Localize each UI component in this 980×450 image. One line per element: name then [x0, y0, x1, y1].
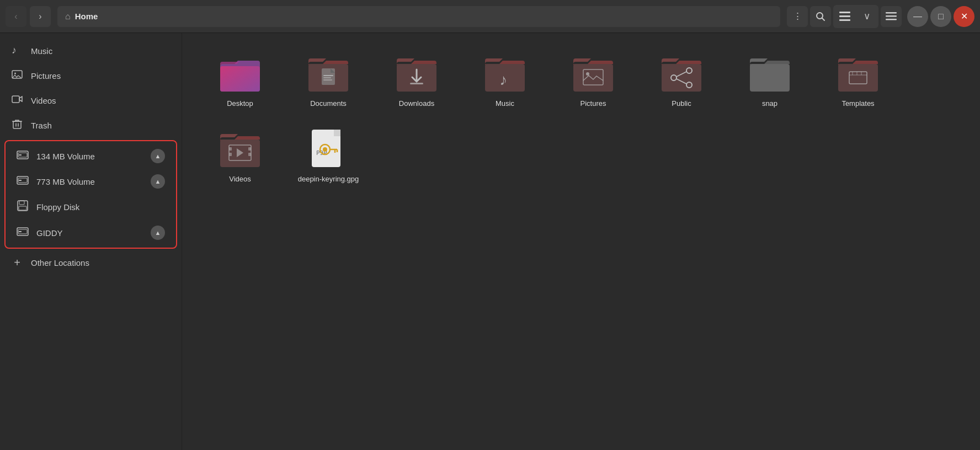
svg-rect-7	[886, 19, 897, 20]
svg-point-61	[323, 147, 327, 152]
videos-icon	[11, 94, 23, 108]
svg-point-10	[14, 73, 16, 74]
svg-rect-12	[13, 121, 21, 128]
sidebar-trash-label: Trash	[31, 121, 171, 130]
file-item-music[interactable]: ♪ Music	[469, 50, 541, 114]
eject-vol773-button[interactable]: ▲	[151, 174, 165, 189]
close-button[interactable]: ✕	[954, 6, 974, 27]
deepin-keyring-label: deepin-keyring.gpg	[298, 175, 359, 184]
svg-rect-15	[19, 154, 22, 156]
sidebar: ♪ Music Pictures Videos Trash	[0, 33, 182, 450]
music-label: Music	[496, 99, 514, 109]
menu-button[interactable]: ⋮	[787, 6, 808, 27]
address-label: Home	[75, 12, 98, 21]
sidebar-item-other-locations[interactable]: + Other Locations	[0, 251, 182, 275]
forward-button[interactable]: ›	[30, 6, 51, 27]
svg-rect-30	[323, 79, 332, 81]
pictures-icon	[11, 69, 23, 83]
documents-folder-icon	[306, 55, 350, 95]
snap-folder-icon	[748, 55, 792, 95]
svg-rect-55	[248, 147, 251, 151]
giddy-label: GIDDY	[36, 228, 143, 238]
back-button[interactable]: ‹	[6, 6, 26, 27]
svg-rect-45	[838, 64, 878, 92]
file-item-deepin-keyring[interactable]: P9P deepin-keyring.gpg	[292, 125, 364, 190]
downloads-label: Downloads	[399, 99, 434, 109]
sidebar-item-music[interactable]: ♪ Music	[0, 39, 182, 63]
svg-rect-24	[19, 231, 22, 232]
svg-rect-20	[19, 201, 24, 205]
svg-text:♪: ♪	[499, 71, 507, 88]
trash-icon	[11, 119, 23, 132]
file-item-downloads[interactable]: Downloads	[381, 50, 452, 114]
sidebar-music-label: Music	[31, 46, 171, 56]
svg-rect-25	[220, 66, 260, 92]
svg-rect-11	[12, 96, 19, 103]
home-icon: ⌂	[65, 12, 71, 22]
file-item-documents[interactable]: Documents	[292, 50, 364, 114]
view-toggle: ∨	[833, 5, 878, 28]
sidebar-item-vol134[interactable]: 134 MB Volume ▲	[6, 143, 176, 169]
svg-rect-28	[323, 75, 333, 76]
videos-label: Videos	[229, 175, 251, 184]
sidebar-item-floppy[interactable]: Floppy Disk	[6, 194, 176, 220]
floppy-label: Floppy Disk	[36, 202, 165, 212]
minimize-button[interactable]: —	[907, 6, 928, 27]
music-icon: ♪	[11, 44, 23, 58]
file-item-snap[interactable]: snap	[734, 50, 806, 114]
maximize-button[interactable]: □	[930, 6, 951, 27]
search-button[interactable]	[810, 6, 831, 27]
sidebar-videos-label: Videos	[31, 96, 171, 105]
desktop-folder-icon	[218, 55, 262, 95]
file-item-desktop[interactable]: Desktop	[204, 50, 276, 114]
file-item-templates[interactable]: Templates	[822, 50, 894, 114]
list-view-button[interactable]	[834, 6, 855, 27]
svg-rect-3	[839, 15, 850, 17]
giddy-icon	[17, 226, 29, 240]
public-folder-icon	[659, 55, 704, 95]
public-label: Public	[672, 99, 691, 109]
sidebar-item-trash[interactable]: Trash	[0, 113, 182, 138]
sidebar-item-giddy[interactable]: GIDDY ▲	[6, 220, 176, 245]
templates-label: Templates	[841, 99, 874, 109]
music-folder-icon: ♪	[483, 55, 527, 95]
file-grid: Desktop Docum	[204, 50, 958, 190]
vol134-label: 134 MB Volume	[36, 152, 143, 161]
sidebar-item-vol773[interactable]: 773 MB Volume ▲	[6, 169, 176, 194]
titlebar: ‹ › ⌂ Home ⋮ ∨ — □ ✕	[0, 0, 980, 33]
svg-rect-38	[662, 64, 701, 92]
other-locations-icon: +	[11, 256, 23, 269]
svg-rect-4	[839, 19, 850, 21]
svg-line-1	[822, 18, 825, 20]
svg-rect-2	[839, 12, 850, 13]
sidebar-item-videos[interactable]: Videos	[0, 88, 182, 113]
drive-773-icon	[17, 175, 29, 189]
sort-button[interactable]: ∨	[856, 6, 877, 27]
file-item-public[interactable]: Public	[646, 50, 717, 114]
file-item-pictures[interactable]: Pictures	[557, 50, 629, 114]
file-item-videos[interactable]: Videos	[204, 125, 276, 190]
eject-giddy-button[interactable]: ▲	[151, 226, 165, 240]
svg-rect-32	[410, 83, 423, 84]
drive-134-icon	[17, 149, 29, 163]
address-bar[interactable]: ⌂ Home	[57, 6, 780, 27]
svg-rect-29	[323, 77, 331, 78]
options-button[interactable]	[881, 6, 902, 27]
main-area: ♪ Music Pictures Videos Trash	[0, 33, 980, 450]
other-locations-label: Other Locations	[31, 258, 171, 267]
videos-folder-icon	[218, 131, 262, 170]
documents-label: Documents	[310, 99, 347, 109]
svg-rect-58	[334, 130, 340, 136]
svg-rect-44	[750, 64, 790, 92]
sidebar-item-pictures[interactable]: Pictures	[0, 63, 182, 88]
templates-folder-icon	[836, 55, 880, 95]
eject-vol134-button[interactable]: ▲	[151, 149, 165, 163]
desktop-label: Desktop	[227, 99, 253, 109]
file-area: Desktop Docum	[182, 33, 980, 450]
pictures-folder-icon	[571, 55, 615, 95]
floppy-icon	[17, 200, 29, 215]
pictures-label: Pictures	[580, 99, 606, 109]
gpg-file-icon: P9P	[306, 131, 350, 170]
svg-rect-6	[886, 15, 897, 17]
svg-rect-53	[229, 147, 232, 151]
